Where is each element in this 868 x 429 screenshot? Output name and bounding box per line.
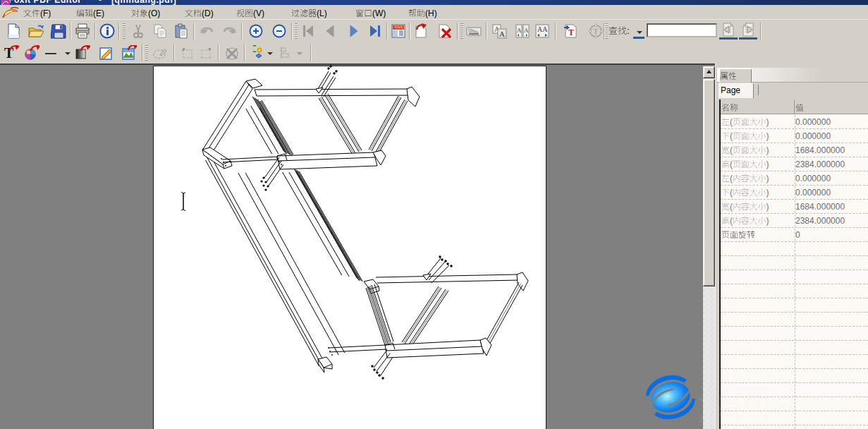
svg-text:A: A bbox=[499, 30, 505, 38]
svg-text:A: A bbox=[524, 27, 529, 34]
svg-text:T: T bbox=[568, 28, 574, 37]
svg-text:AA: AA bbox=[537, 25, 548, 33]
svg-text:T: T bbox=[594, 27, 599, 35]
svg-text:A: A bbox=[517, 27, 522, 34]
svg-text:T: T bbox=[4, 45, 14, 61]
